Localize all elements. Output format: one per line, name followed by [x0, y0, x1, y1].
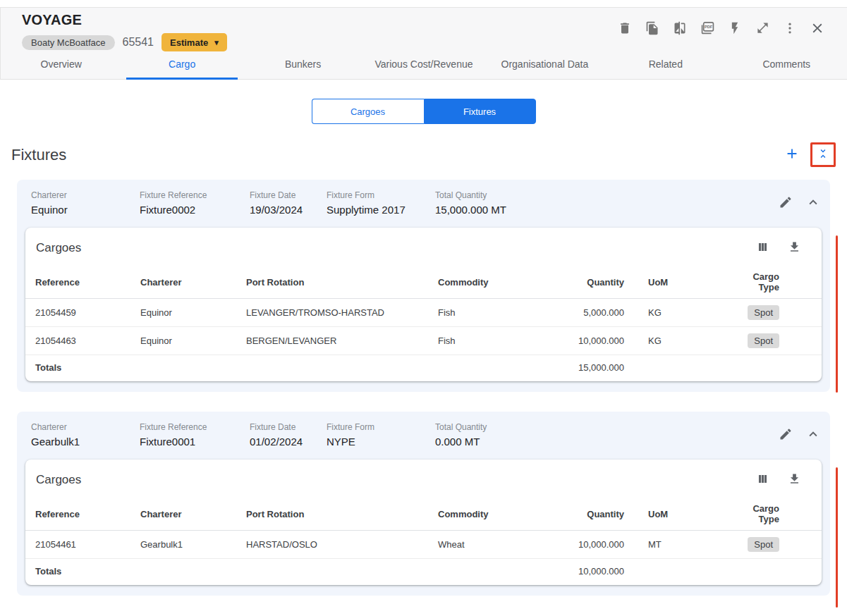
tab-related[interactable]: Related [605, 51, 726, 79]
cargo-port-rotation: LEVANGER/TROMSO-HARSTAD [246, 299, 438, 327]
tab-bunkers[interactable]: Bunkers [243, 51, 363, 79]
quick-action-button[interactable] [726, 20, 743, 37]
svg-text:PDF: PDF [705, 25, 713, 29]
cargo-charterer: Equinor [140, 327, 246, 355]
field-label: Fixture Form [327, 190, 429, 200]
bolt-icon [728, 21, 742, 37]
cargo-commodity: Wheat [438, 531, 530, 559]
totals-row: Totals 10,000.000 [25, 559, 822, 585]
caret-down-icon: ▾ [214, 38, 219, 47]
compare-icon [673, 21, 687, 37]
column-header: UoM [624, 265, 733, 299]
vessel-chip: Boaty McBoatface [22, 35, 115, 50]
cargo-uom: MT [624, 531, 733, 559]
voyage-header-panel: VOYAGE Boaty McBoatface 65541 Estimate ▾… [0, 7, 847, 80]
voyage-tabs: Overview Cargo Bunkers Various Cost/Reve… [1, 51, 847, 80]
cargoes-table-header: Reference Charterer Port Rotation Commod… [25, 497, 822, 531]
pencil-icon [779, 195, 793, 211]
kebab-icon [783, 21, 797, 37]
close-button[interactable] [809, 20, 826, 37]
cargo-uom: KG [624, 299, 733, 327]
field-label: Total Quantity [435, 190, 772, 200]
field-label: Fixture Form [327, 422, 429, 432]
pencil-icon [779, 427, 793, 443]
column-header: Quantity [530, 497, 624, 531]
field-label: Fixture Reference [140, 422, 244, 432]
column-header: Reference [25, 497, 140, 531]
column-header: Charterer [140, 265, 246, 299]
column-settings-button[interactable] [754, 240, 771, 257]
edit-fixture-button[interactable] [777, 195, 794, 211]
fixture-card-equinor: ChartererEquinor Fixture ReferenceFixtur… [17, 180, 830, 392]
cargo-type-badge: Spot [748, 305, 779, 320]
cargoes-panel-title: Cargoes [36, 473, 81, 487]
plus-icon [784, 146, 800, 164]
edit-fixture-button[interactable] [777, 426, 794, 443]
field-label: Fixture Date [250, 422, 321, 432]
cargo-uom: KG [624, 327, 733, 355]
collapse-fixture-button[interactable] [805, 195, 822, 211]
cargo-row: 21054459 Equinor LEVANGER/TROMSO-HARSTAD… [25, 299, 822, 327]
field-label: Charterer [31, 190, 134, 200]
totals-row: Totals 15,000.000 [25, 355, 822, 381]
expand-button[interactable] [754, 20, 771, 37]
estimate-dropdown-button[interactable]: Estimate ▾ [162, 33, 227, 51]
copy-button[interactable] [644, 20, 661, 37]
cargo-port-rotation: HARSTAD/OSLO [246, 531, 438, 559]
pdf-export-button[interactable]: PDF [699, 20, 716, 37]
add-fixture-button[interactable] [783, 146, 801, 164]
field-label: Fixture Date [250, 190, 321, 200]
toggle-fixtures[interactable]: Fixtures [424, 99, 536, 124]
totals-quantity: 10,000.000 [530, 559, 624, 585]
column-header: Commodity [438, 265, 530, 299]
collapse-all-icon [817, 147, 829, 162]
column-header: Reference [25, 265, 140, 299]
cargo-quantity: 10,000.000 [530, 531, 624, 559]
field-value: 0.000 MT [435, 436, 772, 448]
highlight-red-line [836, 467, 838, 608]
tab-comments[interactable]: Comments [726, 51, 847, 79]
cargo-charterer: Equinor [140, 299, 246, 327]
column-header: UoM [624, 497, 733, 531]
cargo-row: 21054461 Gearbulk1 HARSTAD/OSLO Wheat 10… [25, 531, 822, 559]
field-label: Fixture Reference [140, 190, 244, 200]
field-value: NYPE [327, 436, 429, 448]
column-header: Cargo Type [733, 265, 822, 299]
chevron-up-icon [805, 195, 821, 212]
tab-various-cost-revenue[interactable]: Various Cost/Revenue [363, 51, 484, 79]
page-title: VOYAGE [22, 12, 227, 28]
download-button[interactable] [786, 240, 803, 257]
totals-label: Totals [25, 559, 140, 585]
cargo-type-badge: Spot [748, 333, 779, 348]
view-columns-icon [756, 472, 769, 488]
column-header: Quantity [530, 265, 624, 299]
cargo-port-rotation: BERGEN/LEVANGER [246, 327, 438, 355]
pdf-icon: PDF [700, 20, 715, 38]
cargo-tab-content: Cargoes Fixtures Fixtures ChartererEquin… [0, 80, 847, 616]
column-header: Charterer [140, 497, 246, 531]
cargo-quantity: 10,000.000 [530, 327, 624, 355]
download-button[interactable] [786, 472, 803, 488]
collapse-all-button[interactable] [810, 142, 836, 167]
column-settings-button[interactable] [754, 472, 771, 488]
column-header: Cargo Type [733, 497, 822, 531]
cargoes-panel: Cargoes Reference Charterer Port Rotatio… [25, 228, 822, 381]
tab-overview[interactable]: Overview [1, 51, 121, 79]
toggle-cargoes[interactable]: Cargoes [312, 99, 424, 124]
tab-organisational-data[interactable]: Organisational Data [485, 51, 605, 79]
more-menu-button[interactable] [781, 20, 798, 37]
download-icon [788, 240, 801, 256]
tab-cargo[interactable]: Cargo [121, 51, 242, 79]
totals-quantity: 15,000.000 [530, 355, 624, 381]
download-icon [788, 472, 801, 488]
column-header: Port Rotation [246, 265, 438, 299]
compare-button[interactable] [671, 20, 688, 37]
totals-label: Totals [25, 355, 140, 381]
cargo-row: 21054463 Equinor BERGEN/LEVANGER Fish 10… [25, 327, 822, 355]
cargo-reference: 21054461 [25, 531, 140, 559]
estimate-label: Estimate [170, 37, 208, 48]
view-columns-icon [756, 240, 769, 256]
collapse-fixture-button[interactable] [805, 426, 822, 443]
cargo-charterer: Gearbulk1 [140, 531, 246, 559]
delete-button[interactable] [616, 20, 633, 37]
